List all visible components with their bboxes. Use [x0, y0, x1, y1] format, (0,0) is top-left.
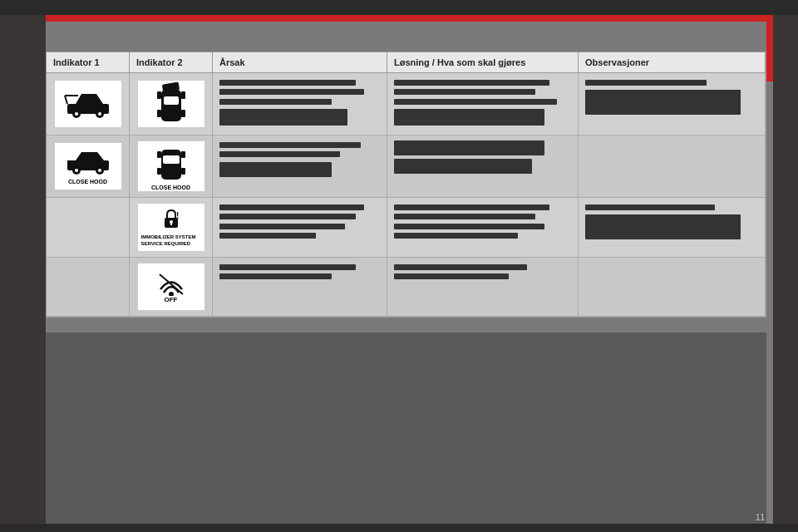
bottom-bar: [0, 524, 798, 532]
cell-row3-arsak: [213, 198, 387, 257]
main-table: Indikator 1 Indikator 2 Årsak Løsning / …: [46, 52, 766, 318]
svg-rect-13: [157, 110, 161, 117]
header-losning: Løsning / Hva som skal gjøres: [387, 52, 579, 72]
svg-rect-25: [181, 151, 185, 158]
cell-row2-obs: [579, 135, 766, 197]
table-row: OFF: [47, 258, 766, 317]
immobilizer-label: IMMOBILIZER SYSTEM SERVICE REQUIRED: [141, 234, 201, 248]
svg-point-19: [75, 169, 78, 172]
car-top-open-icon: [137, 80, 205, 128]
left-sidebar: [0, 15, 46, 532]
cell-row1-arsak: [213, 73, 387, 135]
svg-rect-26: [157, 168, 161, 175]
cell-row2-arsak: [213, 135, 387, 197]
svg-point-5: [75, 112, 78, 116]
header-arsak: Årsak: [213, 52, 387, 72]
cell-row3-obs: [579, 198, 766, 257]
cell-row4-ind2: OFF: [130, 258, 213, 316]
cell-row4-losning: [387, 258, 579, 316]
table-row: CLOSE HOOD CLOSE HOOD: [47, 135, 766, 198]
cell-row1-losning: [387, 73, 579, 135]
top-bar: [0, 0, 798, 15]
off-icon: OFF: [137, 263, 205, 311]
bottom-area: [46, 332, 766, 532]
cell-row4-arsak: [213, 258, 387, 316]
cell-row1-obs: [579, 73, 766, 135]
svg-rect-27: [181, 168, 185, 175]
close-hood-label-2: CLOSE HOOD: [151, 185, 190, 190]
svg-point-21: [98, 169, 101, 172]
svg-rect-12: [181, 91, 185, 99]
svg-marker-16: [76, 152, 104, 160]
header-indikator2: Indikator 2: [130, 52, 213, 72]
off-label: OFF: [165, 296, 178, 303]
table-row: ! IMMOBILIZER SYSTEM SERVICE REQUIRED: [47, 198, 766, 258]
cell-row2-ind1: CLOSE HOOD: [47, 135, 130, 197]
cell-row4-obs: [579, 258, 766, 316]
svg-rect-24: [157, 151, 161, 158]
car-side-open-icon: [54, 80, 122, 128]
svg-rect-22: [161, 150, 181, 180]
close-hood-top-icon: CLOSE HOOD: [137, 140, 205, 192]
cell-row1-ind2: [130, 73, 213, 135]
cell-row3-ind1: [47, 198, 130, 257]
svg-rect-14: [181, 110, 185, 117]
cell-row3-ind2: ! IMMOBILIZER SYSTEM SERVICE REQUIRED: [130, 198, 213, 257]
cell-row2-losning: [387, 135, 579, 197]
cell-row1-ind1: [47, 73, 130, 135]
svg-rect-8: [161, 90, 181, 121]
cell-row2-ind2: CLOSE HOOD: [130, 135, 213, 197]
svg-line-2: [65, 96, 67, 104]
svg-marker-1: [76, 94, 103, 104]
red-accent-bar: [0, 15, 798, 22]
header-obs: Observasjoner: [579, 52, 766, 72]
cell-row4-ind1: [47, 258, 130, 316]
svg-rect-31: [170, 223, 172, 225]
right-red-strip: [766, 15, 773, 81]
cell-row3-losning: [387, 198, 579, 257]
svg-rect-10: [164, 96, 179, 105]
svg-text:!: !: [176, 211, 179, 220]
svg-rect-17: [67, 160, 86, 163]
svg-rect-11: [157, 91, 161, 99]
header-indikator1: Indikator 1: [47, 52, 130, 72]
close-hood-label-1: CLOSE HOOD: [68, 179, 107, 185]
svg-line-33: [160, 274, 183, 294]
page-number: 11: [756, 513, 765, 522]
close-hood-side-icon: CLOSE HOOD: [54, 142, 122, 190]
table-row: [47, 73, 766, 135]
right-sidebar: [773, 15, 798, 532]
table-header: Indikator 1 Indikator 2 Årsak Løsning / …: [47, 52, 766, 73]
svg-point-7: [98, 112, 101, 116]
svg-rect-23: [163, 155, 180, 164]
immobilizer-icon: ! IMMOBILIZER SYSTEM SERVICE REQUIRED: [137, 203, 205, 252]
